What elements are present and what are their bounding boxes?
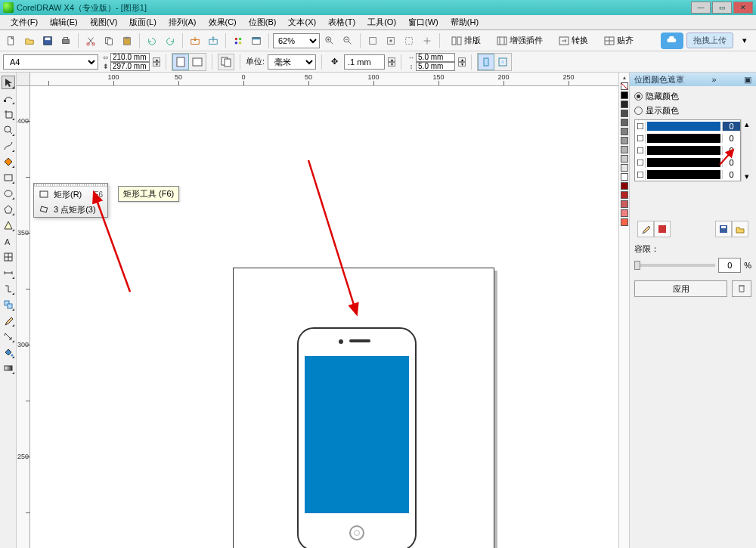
palette-swatch[interactable] <box>621 119 628 126</box>
dup-y-input[interactable] <box>416 62 455 71</box>
print-button[interactable] <box>57 33 74 49</box>
menu-f[interactable]: 文件(F) <box>5 17 44 28</box>
zoom-combo[interactable]: 62% <box>273 33 320 48</box>
rectangle-tool[interactable] <box>2 171 15 184</box>
copy-button[interactable] <box>101 33 117 49</box>
palette-swatch[interactable] <box>621 101 628 108</box>
color-mask-row[interactable]: ☐0 <box>635 132 740 144</box>
palette-swatch[interactable] <box>621 146 628 153</box>
palette-swatch[interactable] <box>621 91 628 99</box>
menu-o[interactable]: 工具(O) <box>361 17 402 28</box>
freehand-tool[interactable] <box>2 139 15 153</box>
shape-tool[interactable] <box>2 91 15 105</box>
ruler-corner[interactable] <box>17 73 30 86</box>
phone-screen[interactable] <box>305 356 409 513</box>
palette-swatch[interactable] <box>621 155 628 163</box>
show-color-option[interactable]: 显示颜色 <box>634 105 751 116</box>
all-pages-button[interactable] <box>218 54 234 70</box>
import-button[interactable] <box>187 33 203 49</box>
palette-swatch[interactable] <box>621 218 628 226</box>
menu-c[interactable]: 效果(C) <box>203 17 243 28</box>
menu-h[interactable]: 帮助(H) <box>445 17 485 28</box>
color-mask-row[interactable]: ☐0 <box>635 169 740 181</box>
edit-color-button[interactable] <box>654 221 671 237</box>
welcome-button[interactable] <box>248 33 265 49</box>
zoom-out-button[interactable] <box>339 33 356 49</box>
tolerance-input[interactable] <box>718 258 741 273</box>
list-scrollbar[interactable]: ▴▾ <box>741 119 751 181</box>
color-mask-row[interactable]: ☐0 <box>635 156 740 169</box>
table-tool[interactable] <box>2 250 15 264</box>
eyedropper-docker-button[interactable] <box>637 221 654 237</box>
menu-t[interactable]: 表格(T) <box>322 17 361 28</box>
outline-tool[interactable] <box>2 330 15 343</box>
save-button[interactable] <box>39 33 56 49</box>
new-button[interactable] <box>3 33 20 49</box>
dup-x-input[interactable] <box>416 53 455 62</box>
delete-mask-button[interactable] <box>732 280 751 297</box>
color-mask-row[interactable]: ☐0 <box>635 120 740 132</box>
text-tool[interactable]: A <box>2 234 15 248</box>
tolerance-slider[interactable] <box>634 264 715 267</box>
redo-button[interactable] <box>162 33 178 49</box>
connector-tool[interactable] <box>2 282 15 296</box>
app-launcher-button[interactable] <box>230 33 246 49</box>
nudge-input[interactable] <box>344 54 385 70</box>
snap-2-button[interactable] <box>383 33 399 49</box>
portrait-button[interactable] <box>172 54 189 70</box>
open-button[interactable] <box>21 33 38 49</box>
interactive-tool[interactable] <box>2 298 15 311</box>
maximize-button[interactable]: ▭ <box>712 2 732 14</box>
export-button[interactable] <box>205 33 222 49</box>
palette-swatch[interactable] <box>621 182 628 190</box>
palette-up[interactable]: ▴ <box>623 74 626 81</box>
spinner-down[interactable]: ▾ <box>153 62 160 67</box>
zoom-in-button[interactable] <box>321 33 338 49</box>
palette-swatch[interactable] <box>621 191 628 199</box>
palette-swatch[interactable] <box>621 137 628 144</box>
menu-l[interactable]: 版面(L) <box>123 17 162 28</box>
menu-a[interactable]: 排列(A) <box>163 17 203 28</box>
palette-swatch[interactable] <box>621 164 628 172</box>
palette-swatch[interactable] <box>621 128 628 135</box>
zoom-tool[interactable] <box>2 123 15 137</box>
menu-w[interactable]: 窗口(W) <box>402 17 445 28</box>
interactive-fill-tool[interactable] <box>2 361 15 375</box>
snap-3-button[interactable] <box>401 33 417 49</box>
flyout-3point-rectangle[interactable]: 3 点矩形(3) <box>34 202 107 217</box>
phone-shape[interactable] <box>297 327 417 548</box>
eyedropper-tool[interactable] <box>2 314 15 327</box>
open-mask-button[interactable] <box>732 221 748 237</box>
ellipse-tool[interactable] <box>2 187 15 200</box>
flyout-rectangle[interactable]: 矩形(R) F6 <box>34 187 107 202</box>
smartfill-tool[interactable] <box>2 155 15 169</box>
menu-x[interactable]: 文本(X) <box>282 17 322 28</box>
snap-button[interactable]: 贴齐 <box>596 33 640 49</box>
snap-1-button[interactable] <box>364 33 381 49</box>
layout-button[interactable]: 排版 <box>444 33 488 49</box>
hide-color-option[interactable]: 隐藏颜色 <box>634 91 751 102</box>
color-mask-list[interactable]: ☐0☐0☐0☐0☐0 <box>634 119 741 181</box>
dropdown-button[interactable]: ▾ <box>736 33 753 49</box>
basic-shapes-tool[interactable] <box>2 218 15 232</box>
treat-as-filled-button[interactable] <box>478 54 494 70</box>
minimize-button[interactable]: — <box>691 2 711 14</box>
treat-as-filled-2-button[interactable] <box>494 54 511 70</box>
no-color-swatch[interactable] <box>621 82 628 90</box>
palette-swatch[interactable] <box>621 110 628 117</box>
palette-swatch[interactable] <box>621 200 628 208</box>
undo-button[interactable] <box>144 33 160 49</box>
phone-home-button[interactable] <box>349 525 364 540</box>
menu-e[interactable]: 编辑(E) <box>44 17 84 28</box>
crop-tool[interactable] <box>2 107 15 121</box>
color-mask-row[interactable]: ☐0 <box>635 144 740 156</box>
docker-close-icon[interactable]: ▣ <box>744 75 751 85</box>
pick-tool[interactable] <box>2 76 15 89</box>
snap-4-button[interactable] <box>419 33 435 49</box>
close-button[interactable]: ✕ <box>733 2 753 14</box>
paste-button[interactable] <box>119 33 135 49</box>
convert-button[interactable]: 转换 <box>551 33 595 49</box>
apply-button[interactable]: 应用 <box>634 280 727 297</box>
page-width-input[interactable] <box>110 53 150 62</box>
plugins-button[interactable]: 增强插件 <box>489 33 550 49</box>
